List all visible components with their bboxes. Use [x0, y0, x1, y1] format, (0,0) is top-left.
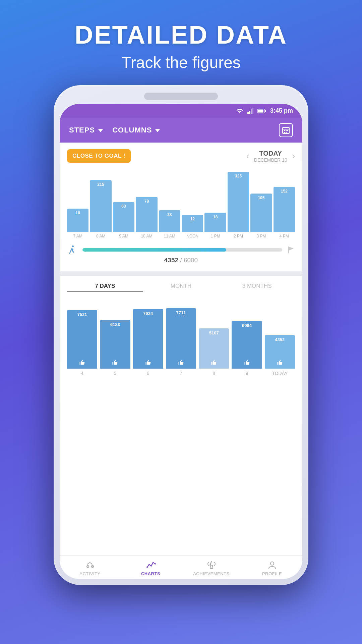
- bar: 10: [67, 209, 88, 232]
- bar-group: 1524 PM: [274, 187, 295, 238]
- phone-notch: [144, 93, 218, 100]
- bar-value: 12: [190, 217, 195, 221]
- app-header: STEPS COLUMNS: [60, 118, 302, 143]
- history-bar: 6183: [100, 320, 130, 369]
- bar-value: 63: [121, 204, 126, 209]
- bar-label: 7 AM: [73, 234, 82, 238]
- svg-point-26: [155, 563, 156, 565]
- nav-item-charts[interactable]: CHARTS: [120, 560, 181, 576]
- svg-rect-14: [284, 132, 285, 133]
- bar-value: 105: [258, 196, 264, 200]
- progress-section: [67, 238, 295, 257]
- bar: 18: [204, 213, 226, 232]
- period-tabs: 7 DAYS MONTH 3 MONTHS: [67, 283, 295, 292]
- svg-point-22: [146, 567, 148, 568]
- bar-label: 2 PM: [234, 234, 243, 238]
- bar-label: 9 AM: [119, 234, 128, 238]
- bar-value: 10: [76, 211, 80, 215]
- bar: 152: [274, 187, 295, 232]
- svg-rect-0: [247, 112, 249, 114]
- svg-rect-12: [286, 130, 287, 131]
- hourly-bar-chart: 107 AM2158 AM639 AM7810 AM2811 AM12NOON1…: [67, 168, 295, 238]
- bar-label: 8 AM: [96, 234, 105, 238]
- profile-icon: [267, 560, 277, 570]
- history-bar-group: 51078: [199, 328, 229, 376]
- bar: 215: [90, 180, 111, 232]
- date-nav: ‹ TODAY DECEMBER 10 ›: [246, 150, 295, 163]
- view-dropdown[interactable]: COLUMNS: [112, 126, 160, 135]
- tab-month[interactable]: MONTH: [143, 283, 219, 292]
- history-bar-chart: 7521461835762467711751078608494352TODAY: [67, 299, 295, 376]
- phone-mockup: 3:45 pm STEPS COLUMNS: [54, 85, 308, 585]
- page-title: DETAILED DATA: [75, 20, 287, 49]
- svg-rect-1: [249, 111, 250, 114]
- metric-dropdown-arrow: [98, 129, 103, 132]
- view-label: COLUMNS: [112, 126, 152, 135]
- charts-icon: [146, 560, 156, 570]
- svg-marker-18: [289, 247, 294, 251]
- view-dropdown-arrow: [155, 129, 160, 132]
- svg-point-24: [150, 565, 152, 567]
- bar-group: 7810 AM: [136, 197, 157, 238]
- prev-arrow[interactable]: ‹: [246, 151, 249, 161]
- svg-point-16: [72, 246, 74, 247]
- tab-3months[interactable]: 3 MONTHS: [219, 283, 295, 292]
- progress-current: 4352: [164, 257, 178, 264]
- bar: 12: [182, 215, 203, 232]
- history-bar-group: 60849: [232, 321, 262, 376]
- svg-rect-5: [258, 109, 263, 112]
- date-actual-label: DECEMBER 10: [254, 157, 287, 163]
- main-content: CLOSE TO GOAL ! ‹ TODAY DECEMBER 10 ›: [60, 143, 302, 579]
- history-bar: 6084: [232, 321, 262, 369]
- bar: 105: [250, 194, 272, 232]
- metric-label: STEPS: [69, 126, 95, 135]
- status-bar: 3:45 pm: [60, 104, 302, 118]
- signal-icon: [247, 108, 253, 114]
- bar: 78: [136, 197, 157, 232]
- flag-icon: [287, 246, 295, 254]
- progress-text: 4352 / 6000: [67, 257, 295, 268]
- bar-value: 325: [235, 174, 242, 178]
- bar-group: 3252 PM: [228, 172, 249, 238]
- nav-item-activity[interactable]: ACTIVITY: [60, 560, 120, 576]
- section-divider: [60, 271, 302, 276]
- history-bar-group: 61835: [100, 320, 130, 376]
- nav-item-achievements[interactable]: ACHIEVEMENTS: [181, 560, 242, 576]
- nav-activity-label: ACTIVITY: [79, 571, 101, 576]
- metric-dropdown[interactable]: STEPS: [69, 126, 103, 135]
- calendar-button[interactable]: [279, 123, 293, 137]
- bar-group: 1053 PM: [250, 194, 272, 238]
- date-today-label: TODAY: [254, 150, 287, 157]
- next-arrow[interactable]: ›: [292, 151, 295, 161]
- bar-group: 639 AM: [113, 202, 134, 238]
- svg-rect-13: [287, 130, 288, 131]
- page-subtitle: Track the figures: [121, 53, 241, 72]
- history-bar: 7624: [133, 309, 163, 369]
- history-bar: 5107: [199, 328, 229, 369]
- svg-point-28: [270, 562, 274, 565]
- today-chart-section: CLOSE TO GOAL ! ‹ TODAY DECEMBER 10 ›: [60, 143, 302, 271]
- wifi-icon: [236, 108, 243, 114]
- progress-separator: /: [180, 257, 184, 264]
- calendar-icon: [282, 126, 290, 134]
- bar-group: 107 AM: [67, 209, 88, 238]
- history-bar-group: 4352TODAY: [265, 335, 295, 376]
- achievements-icon: [206, 560, 217, 570]
- bar-group: 181 PM: [204, 213, 226, 238]
- history-section: 7 DAYS MONTH 3 MONTHS 752146183576246771…: [60, 276, 302, 555]
- bar-value: 215: [98, 182, 104, 187]
- nav-item-profile[interactable]: PROFILE: [242, 560, 302, 576]
- bar-value: 28: [167, 212, 172, 217]
- bar-label: 11 AM: [164, 234, 175, 238]
- bar-group: 2158 AM: [90, 180, 111, 238]
- bar: 28: [159, 210, 180, 232]
- progress-goal: 6000: [184, 257, 198, 264]
- progress-fill: [82, 248, 226, 252]
- nav-charts-label: CHARTS: [141, 571, 160, 576]
- bar-group: 12NOON: [182, 215, 203, 238]
- bar-label: 1 PM: [211, 234, 220, 238]
- progress-track: [82, 248, 282, 252]
- svg-rect-3: [252, 108, 253, 114]
- tab-7days[interactable]: 7 DAYS: [67, 283, 143, 292]
- phone-screen: 3:45 pm STEPS COLUMNS: [60, 104, 302, 579]
